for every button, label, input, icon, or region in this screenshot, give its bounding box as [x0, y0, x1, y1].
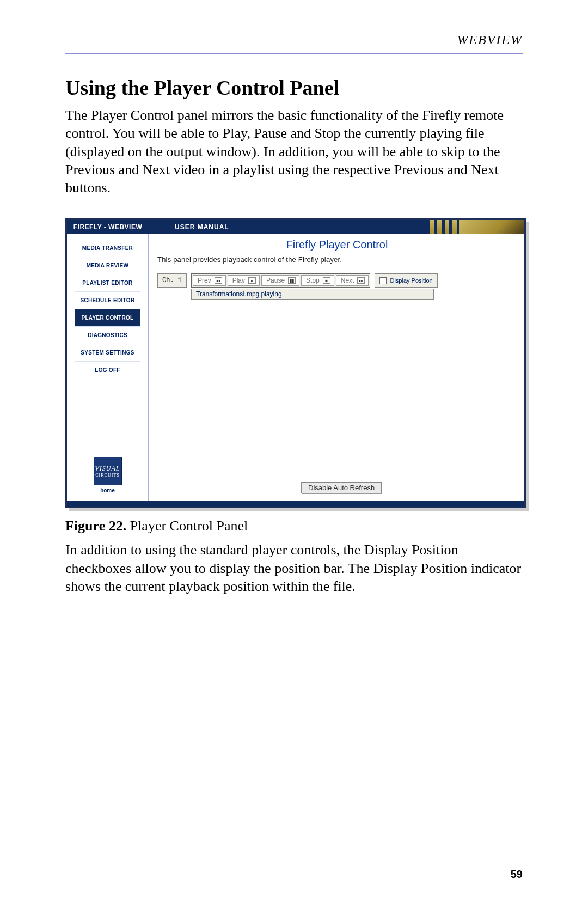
header-decoration	[430, 220, 524, 234]
playback-buttons: Prev ◂◂ Play ▸ Pause ▮▮ Stop	[191, 273, 370, 288]
main-panel: Firefly Player Control This panel provid…	[149, 234, 524, 501]
stop-label: Stop	[306, 277, 320, 284]
screenshot-header: FIREFLY - WEBVIEW USER MANUAL	[67, 220, 524, 234]
prev-label: Prev	[198, 277, 211, 284]
stop-icon: ■	[323, 277, 330, 284]
panel-title: Firefly Player Control	[157, 239, 517, 251]
section-heading: Using the Player Control Panel	[65, 76, 523, 100]
page-number: 59	[511, 868, 523, 881]
play-label: Play	[232, 277, 245, 284]
header-title: USER MANUAL	[149, 220, 430, 234]
sidebar-item-schedule-editor[interactable]: SCHEDULE EDITOR	[75, 292, 140, 309]
screenshot-frame: FIREFLY - WEBVIEW USER MANUAL MEDIA TRAN…	[65, 218, 526, 508]
display-position-box: Display Position	[375, 273, 437, 288]
pause-icon: ▮▮	[288, 277, 296, 284]
running-head: WEBVIEW	[65, 33, 523, 47]
sidebar-logo: VISUAL CIRCUITS home	[94, 457, 122, 493]
sidebar-item-media-review[interactable]: MEDIA REVIEW	[75, 257, 140, 274]
control-row: Ch. 1 Prev ◂◂ Play ▸ Pause ▮▮	[157, 273, 517, 288]
display-position-label: Display Position	[390, 277, 432, 284]
pause-button[interactable]: Pause ▮▮	[261, 275, 299, 286]
status-row: TransformationsI.mpg playing	[191, 289, 434, 300]
figure-number: Figure 22.	[65, 518, 126, 534]
followup-paragraph: In addition to using the standard player…	[65, 541, 523, 595]
prev-button[interactable]: Prev ◂◂	[193, 275, 226, 286]
header-brand: FIREFLY - WEBVIEW	[67, 220, 149, 234]
sidebar-home-link[interactable]: home	[94, 487, 122, 493]
play-icon: ▸	[248, 277, 256, 284]
channel-label: Ch. 1	[157, 273, 187, 288]
pause-label: Pause	[266, 277, 285, 284]
figure-caption: Figure 22. Player Control Panel	[65, 518, 523, 534]
next-label: Next	[341, 277, 354, 284]
sidebar-item-log-off[interactable]: LOG OFF	[75, 362, 140, 379]
prev-icon: ◂◂	[215, 277, 222, 284]
play-button[interactable]: Play ▸	[228, 275, 260, 286]
sidebar-item-media-transfer[interactable]: MEDIA TRANSFER	[75, 240, 140, 257]
panel-description: This panel provides playback control of …	[157, 255, 517, 264]
next-icon: ▸▸	[357, 277, 365, 284]
logo-text-bottom: CIRCUITS	[95, 473, 119, 478]
logo-block: VISUAL CIRCUITS	[94, 457, 122, 485]
header-rule	[65, 53, 523, 54]
screenshot-footer-bar	[67, 501, 524, 507]
footer-rule	[65, 862, 523, 862]
figure-title: Player Control Panel	[126, 518, 248, 534]
sidebar-item-diagnostics[interactable]: DIAGNOSTICS	[75, 327, 140, 344]
intro-paragraph: The Player Control panel mirrors the bas…	[65, 106, 523, 197]
stop-button[interactable]: Stop ■	[301, 275, 334, 286]
disable-auto-refresh-button[interactable]: Disable Auto Refresh	[301, 482, 382, 493]
sidebar-item-player-control[interactable]: PLAYER CONTROL	[75, 309, 140, 327]
sidebar-item-playlist-editor[interactable]: PLAYLIST EDITOR	[75, 274, 140, 292]
sidebar: MEDIA TRANSFER MEDIA REVIEW PLAYLIST EDI…	[67, 234, 149, 501]
next-button[interactable]: Next ▸▸	[336, 275, 369, 286]
logo-text-top: VISUAL	[95, 465, 120, 473]
sidebar-item-system-settings[interactable]: SYSTEM SETTINGS	[75, 344, 140, 362]
display-position-checkbox[interactable]	[379, 277, 387, 284]
